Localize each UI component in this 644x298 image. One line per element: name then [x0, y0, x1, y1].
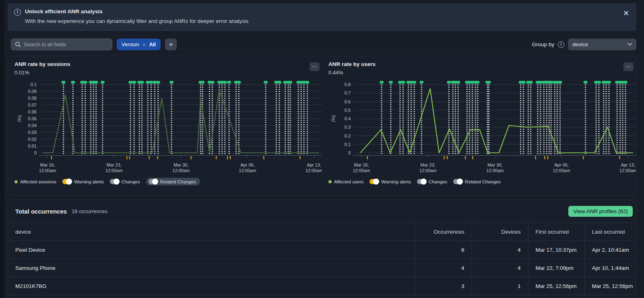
related-changes-toggle[interactable]	[149, 179, 158, 184]
svg-text:12:00am: 12:00am	[239, 168, 256, 173]
svg-text:(%): (%)	[331, 115, 336, 122]
banner-subtitle: With the new experience you can dynamica…	[25, 18, 248, 24]
column-header-last-occurred[interactable]: Last occurred	[584, 223, 636, 241]
related-changes-toggle[interactable]	[453, 179, 462, 184]
svg-text:Mar 30,: Mar 30,	[173, 162, 188, 167]
svg-text:Mar 23,: Mar 23,	[107, 162, 122, 167]
svg-text:Apr 13,: Apr 13,	[621, 162, 635, 167]
column-header-device[interactable]: device	[8, 223, 415, 241]
svg-text:0.08: 0.08	[28, 96, 37, 101]
svg-text:0.4: 0.4	[345, 116, 351, 121]
svg-text:0.01: 0.01	[28, 144, 37, 148]
cell-last-occurred: Apr 10, 1:44am	[584, 259, 636, 277]
svg-text:Mar 16,: Mar 16,	[354, 162, 369, 167]
info-icon[interactable]: i	[558, 41, 564, 48]
svg-text:12:00am: 12:00am	[305, 168, 322, 173]
chart-legend: Affected users Warning alerts Changes Re…	[328, 179, 636, 184]
toggle-label: Changes	[122, 179, 140, 184]
table-row[interactable]: Pixel Device 6 4 Mar 17, 10:37pm Apr 2, …	[8, 241, 636, 259]
related-changes-legend-item: Related Changes	[453, 179, 501, 184]
svg-text:Apr 13,: Apr 13,	[307, 162, 321, 167]
group-by-label: Group by	[532, 41, 554, 47]
svg-text:0.02: 0.02	[28, 137, 37, 142]
table-row-partial[interactable]	[8, 295, 636, 298]
svg-text:0.6: 0.6	[345, 99, 351, 104]
filter-field: Version	[122, 41, 139, 47]
svg-text:Apr 06,: Apr 06,	[240, 162, 254, 167]
svg-text:0: 0	[34, 150, 37, 155]
table-column-header-row: device Occurrences Devices First occurre…	[8, 223, 636, 241]
svg-text:Apr 06,: Apr 06,	[554, 162, 568, 167]
anr-analysis-page: i Unlock efficient ANR analysis With the…	[6, 0, 644, 298]
svg-text:12:00am: 12:00am	[172, 168, 190, 173]
chevron-down-icon	[627, 43, 632, 46]
search-icon	[15, 41, 21, 47]
svg-text:0.03: 0.03	[28, 130, 37, 135]
svg-text:0.2: 0.2	[345, 134, 351, 138]
svg-text:0.09: 0.09	[28, 89, 37, 94]
changes-legend-item: Changes	[417, 179, 447, 184]
cell-device: M2101K7BG	[8, 277, 415, 295]
series-legend-item: Affected users	[328, 179, 363, 184]
search-input[interactable]	[24, 41, 108, 47]
search-box[interactable]	[11, 39, 112, 50]
changes-toggle[interactable]	[110, 179, 119, 184]
table-row[interactable]: M2101K7BG 3 1 Mar 25, 12:56pm Mar 25, 12…	[8, 277, 636, 295]
anr-sessions-chart-plot[interactable]: 0.10.090.080.070.060.050.040.030.020.010…	[14, 80, 322, 178]
cell-occurrences: 4	[415, 259, 472, 277]
svg-text:Mar 16,: Mar 16,	[40, 162, 55, 167]
svg-text:0.06: 0.06	[28, 109, 37, 114]
svg-text:(%): (%)	[17, 115, 22, 122]
table-header-bar: Total occurrences 18 occurrences View AN…	[8, 200, 636, 222]
changes-toggle[interactable]	[417, 179, 426, 184]
column-header-first-occurred[interactable]: First occurred	[528, 223, 584, 241]
chart-menu-button[interactable]: ⋯	[623, 62, 634, 71]
cell-device: Samsung Phone	[8, 259, 415, 277]
unlock-anr-banner: i Unlock efficient ANR analysis With the…	[8, 3, 636, 31]
warning-alerts-toggle[interactable]	[62, 179, 72, 184]
filter-operator: =	[142, 42, 145, 47]
cell-last-occurred: Apr 2, 10:41am	[584, 241, 636, 259]
warning-alerts-legend-item: Warning alerts	[369, 179, 411, 184]
svg-text:0.05: 0.05	[28, 116, 37, 121]
group-by-dropdown[interactable]: device	[568, 39, 636, 50]
chart-title: ANR rate by sessions	[14, 61, 322, 67]
svg-text:12:00am: 12:00am	[419, 168, 437, 173]
svg-text:0: 0	[348, 150, 351, 155]
cell-occurrences: 6	[415, 241, 472, 259]
occurrences-table: device Occurrences Devices First occurre…	[8, 222, 636, 298]
svg-text:0.04: 0.04	[28, 123, 37, 128]
column-header-occurrences[interactable]: Occurrences	[415, 223, 472, 241]
column-header-devices[interactable]: Devices	[472, 223, 528, 241]
toggle-label: Related Changes	[465, 179, 501, 184]
cell-first-occurred: Mar 17, 10:37pm	[528, 241, 584, 259]
anr-rate-by-users-panel: ANR rate by users 0.44% ⋯ 0.80.70.60.50.…	[322, 56, 636, 195]
filter-toolbar: Version = All + Group by i device	[8, 39, 636, 50]
group-by-control: Group by i device	[532, 39, 636, 50]
table-title: Total occurrences	[15, 208, 67, 215]
view-anr-profiles-button[interactable]: View ANR profiles (62)	[568, 206, 633, 217]
chart-legend: Affected sessions Warning alerts Changes…	[14, 179, 322, 184]
filter-value: All	[149, 41, 156, 47]
group-by-value: device	[572, 41, 588, 47]
cell-first-occurred: Mar 25, 12:56pm	[528, 277, 584, 295]
svg-text:12:00am: 12:00am	[619, 168, 636, 173]
cell-devices: 1	[472, 277, 528, 295]
cell-first-occurred: Mar 22, 7:09pm	[528, 259, 584, 277]
table-row[interactable]: Samsung Phone 4 4 Mar 22, 7:09pm Apr 10,…	[8, 259, 636, 277]
cell-occurrences: 3	[415, 277, 472, 295]
anr-users-chart-plot[interactable]: 0.80.70.60.50.40.30.20.10(%)Mar 16,12:00…	[328, 80, 636, 178]
svg-text:Mar 23,: Mar 23,	[421, 162, 436, 167]
total-occurrences-card: Total occurrences 18 occurrences View AN…	[8, 199, 636, 298]
series-legend-item: Affected sessions	[14, 179, 56, 184]
related-changes-legend-item: Related Changes	[146, 178, 200, 185]
chart-menu-button[interactable]: ⋯	[310, 62, 320, 71]
version-filter-chip[interactable]: Version = All	[117, 39, 161, 50]
cell-devices: 4	[472, 259, 528, 277]
warning-alerts-toggle[interactable]	[369, 179, 379, 184]
series-dot-icon	[328, 180, 332, 183]
close-icon[interactable]: ✕	[623, 10, 629, 17]
collapsed-sidebar-edge	[0, 0, 5, 298]
svg-text:0.7: 0.7	[345, 90, 351, 95]
add-filter-button[interactable]: +	[165, 39, 177, 50]
